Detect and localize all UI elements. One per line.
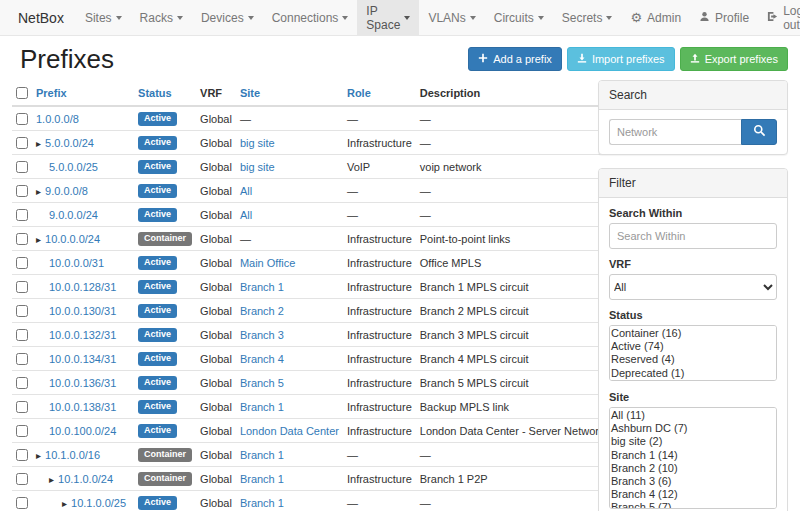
site-link[interactable]: Branch 3 xyxy=(240,329,284,341)
prefix-link[interactable]: 10.0.0.134/31 xyxy=(49,353,116,365)
column-header-status[interactable]: Status xyxy=(134,80,196,106)
import-prefixes-button[interactable]: Import prefixes xyxy=(567,47,675,71)
add-prefix-button[interactable]: Add a prefix xyxy=(468,47,562,71)
row-checkbox[interactable] xyxy=(16,353,28,365)
search-button[interactable] xyxy=(741,119,777,145)
status-badge[interactable]: Active xyxy=(138,376,177,390)
row-checkbox[interactable] xyxy=(16,377,28,389)
site-link[interactable]: Main Office xyxy=(240,257,295,269)
site-link[interactable]: Branch 4 xyxy=(240,353,284,365)
site-link[interactable]: Branch 1 xyxy=(240,449,284,461)
row-checkbox[interactable] xyxy=(16,329,28,341)
status-badge[interactable]: Container xyxy=(138,448,192,462)
prefix-link[interactable]: 10.1.0.0/25 xyxy=(71,497,126,509)
site-link[interactable]: Branch 1 xyxy=(240,497,284,509)
status-badge[interactable]: Active xyxy=(138,352,177,366)
row-checkbox[interactable] xyxy=(16,425,28,437)
site-link[interactable]: Branch 5 xyxy=(240,377,284,389)
prefix-link[interactable]: 10.0.0.130/31 xyxy=(49,305,116,317)
site-link[interactable]: London Data Center xyxy=(240,425,339,437)
site-link[interactable]: All xyxy=(240,209,252,221)
status-filter-select[interactable]: Container (16)Active (74)Reserved (4)Dep… xyxy=(609,325,777,381)
prefix-link[interactable]: 10.0.0.138/31 xyxy=(49,401,116,413)
nav-item-vlans[interactable]: VLANs xyxy=(419,0,484,35)
column-header-site[interactable]: Site xyxy=(236,80,343,106)
prefix-link[interactable]: 10.0.0.0/31 xyxy=(49,257,104,269)
chevron-down-icon xyxy=(404,16,410,20)
status-badge[interactable]: Container xyxy=(138,232,192,246)
nav-item-profile[interactable]: Profile xyxy=(690,0,758,35)
prefix-link[interactable]: 10.0.0.128/31 xyxy=(49,281,116,293)
row-checkbox[interactable] xyxy=(16,113,28,125)
status-badge[interactable]: Active xyxy=(138,112,177,126)
prefix-link[interactable]: 10.0.0.0/24 xyxy=(45,233,100,245)
row-checkbox[interactable] xyxy=(16,185,28,197)
vrf-select[interactable]: All xyxy=(609,274,777,300)
row-checkbox[interactable] xyxy=(16,281,28,293)
nav-item-connections[interactable]: Connections xyxy=(263,0,358,35)
role-cell: Infrastructure xyxy=(343,275,416,299)
prefix-link[interactable]: 10.0.100.0/24 xyxy=(49,425,116,437)
prefix-link[interactable]: 9.0.0.0/24 xyxy=(49,209,98,221)
prefix-link[interactable]: 5.0.0.0/24 xyxy=(45,137,94,149)
status-badge[interactable]: Active xyxy=(138,184,177,198)
nav-item-devices[interactable]: Devices xyxy=(192,0,263,35)
row-checkbox[interactable] xyxy=(16,449,28,461)
status-badge[interactable]: Active xyxy=(138,208,177,222)
status-badge[interactable]: Active xyxy=(138,136,177,150)
search-input[interactable] xyxy=(609,119,741,145)
row-checkbox[interactable] xyxy=(16,161,28,173)
search-within-input[interactable] xyxy=(609,223,777,249)
expand-arrow-icon: ▸ xyxy=(36,186,41,197)
site-link[interactable]: Branch 1 xyxy=(240,473,284,485)
status-badge[interactable]: Active xyxy=(138,160,177,174)
prefix-link[interactable]: 10.1.0.0/16 xyxy=(45,449,100,461)
export-prefixes-button[interactable]: Export prefixes xyxy=(680,47,788,71)
nav-item-ip-space[interactable]: IP Space xyxy=(357,0,419,35)
site-link[interactable]: big site xyxy=(240,161,275,173)
prefix-link[interactable]: 10.1.0.0/24 xyxy=(58,473,113,485)
site-link[interactable]: Branch 1 xyxy=(240,401,284,413)
row-checkbox[interactable] xyxy=(16,209,28,221)
nav-item-sites[interactable]: Sites xyxy=(76,0,131,35)
site-link[interactable]: Branch 2 xyxy=(240,305,284,317)
description-cell: Branch 3 MPLS circuit xyxy=(416,323,609,347)
status-badge[interactable]: Active xyxy=(138,496,177,510)
prefix-link[interactable]: 1.0.0.0/8 xyxy=(36,113,79,125)
status-badge[interactable]: Active xyxy=(138,424,177,438)
prefix-link[interactable]: 9.0.0.0/8 xyxy=(45,185,88,197)
nav-item-secrets[interactable]: Secrets xyxy=(553,0,622,35)
row-checkbox[interactable] xyxy=(16,257,28,269)
vrf-cell: Global xyxy=(196,371,236,395)
prefix-link[interactable]: 5.0.0.0/25 xyxy=(49,161,98,173)
row-checkbox[interactable] xyxy=(16,305,28,317)
row-checkbox[interactable] xyxy=(16,137,28,149)
row-checkbox[interactable] xyxy=(16,233,28,245)
nav-item-circuits[interactable]: Circuits xyxy=(485,0,553,35)
row-checkbox[interactable] xyxy=(16,473,28,485)
status-badge[interactable]: Active xyxy=(138,304,177,318)
select-all-checkbox[interactable] xyxy=(16,87,28,99)
status-badge[interactable]: Active xyxy=(138,400,177,414)
status-badge[interactable]: Active xyxy=(138,256,177,270)
prefix-link[interactable]: 10.0.0.132/31 xyxy=(49,329,116,341)
site-link[interactable]: big site xyxy=(240,137,275,149)
brand-logo[interactable]: NetBox xyxy=(6,0,76,35)
site-link[interactable]: Branch 1 xyxy=(240,281,284,293)
site-link[interactable]: All xyxy=(240,185,252,197)
row-checkbox[interactable] xyxy=(16,401,28,413)
search-panel: Search xyxy=(598,80,788,155)
status-badge[interactable]: Active xyxy=(138,280,177,294)
prefix-link[interactable]: 10.0.0.136/31 xyxy=(49,377,116,389)
nav-item-logout[interactable]: Log out xyxy=(758,0,800,35)
nav-item-admin[interactable]: ⚙ Admin xyxy=(621,0,690,35)
column-header-role[interactable]: Role xyxy=(343,80,416,106)
site-filter-select[interactable]: All (11)Ashburn DC (7)big site (2)Branch… xyxy=(609,407,777,509)
import-icon xyxy=(577,53,587,65)
status-badge[interactable]: Container xyxy=(138,472,192,486)
nav-item-label: Sites xyxy=(85,11,112,25)
status-badge[interactable]: Active xyxy=(138,328,177,342)
column-header-prefix[interactable]: Prefix xyxy=(32,80,134,106)
nav-item-racks[interactable]: Racks xyxy=(131,0,192,35)
row-checkbox[interactable] xyxy=(16,497,28,509)
